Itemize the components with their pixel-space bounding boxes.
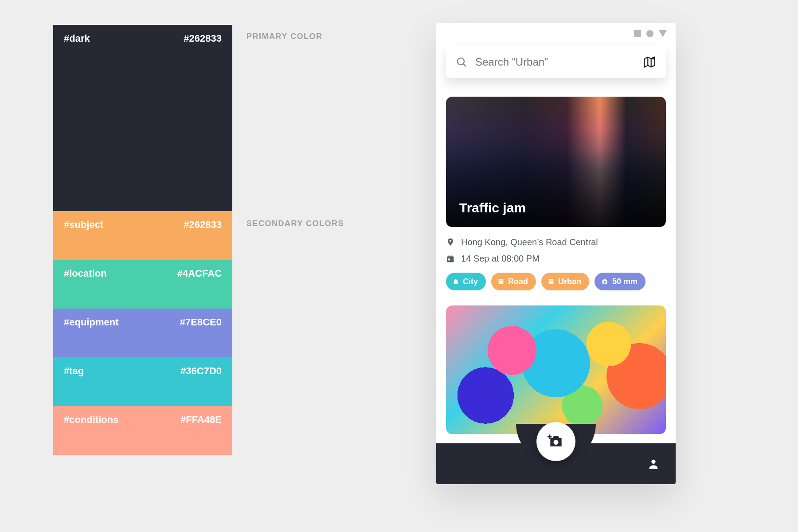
caption-secondary: SECONDARY COLORS xyxy=(246,219,344,228)
swatch-equipment: #equipment #7E8CE0 xyxy=(53,309,232,357)
svg-rect-14 xyxy=(501,282,502,282)
camera-fab[interactable] xyxy=(536,422,575,461)
building-icon xyxy=(548,278,555,285)
map-icon[interactable] xyxy=(643,55,656,69)
swatch-hex: #7E8CE0 xyxy=(180,317,222,357)
svg-point-4 xyxy=(652,57,655,59)
svg-rect-23 xyxy=(548,436,552,437)
pin-icon xyxy=(446,237,455,247)
svg-rect-9 xyxy=(448,258,450,260)
bag-icon xyxy=(452,278,459,285)
svg-point-21 xyxy=(553,440,558,445)
svg-point-20 xyxy=(604,281,606,283)
swatch-name: #conditions xyxy=(64,414,118,455)
swatch-hex: #36C7D0 xyxy=(180,365,222,406)
tag-chips: City Road Urban 50 mm xyxy=(446,273,666,290)
svg-rect-13 xyxy=(500,282,501,282)
card-traffic-jam[interactable]: Traffic jam xyxy=(446,97,666,227)
chip-label: City xyxy=(463,277,478,286)
status-triangle-icon xyxy=(659,30,667,37)
swatch-name: #tag xyxy=(64,365,84,406)
swatch-hex: #262833 xyxy=(184,33,222,211)
search-icon xyxy=(456,56,467,68)
bottom-nav xyxy=(436,443,676,484)
search-bar[interactable] xyxy=(446,46,666,78)
building-icon xyxy=(497,278,505,285)
swatch-name: #dark xyxy=(64,33,90,211)
camera-icon xyxy=(601,278,609,285)
svg-rect-10 xyxy=(499,279,504,284)
meta-location: Hong Kong, Queen’s Road Central xyxy=(446,237,666,247)
color-palette: #dark #262833 #subject #262833 #location… xyxy=(53,25,232,455)
card-art[interactable] xyxy=(446,305,666,434)
calendar-icon xyxy=(446,254,455,264)
svg-rect-7 xyxy=(449,255,450,257)
card-title: Traffic jam xyxy=(459,200,526,215)
svg-rect-17 xyxy=(552,280,552,281)
chip-urban[interactable]: Urban xyxy=(541,273,589,290)
status-circle-icon xyxy=(646,30,653,37)
svg-line-1 xyxy=(463,64,466,66)
svg-rect-11 xyxy=(500,280,501,281)
datetime-text: 14 Sep at 08:00 PM xyxy=(461,254,540,264)
card-meta: Hong Kong, Queen’s Road Central 14 Sep a… xyxy=(446,237,666,264)
chip-label: 50 mm xyxy=(612,277,638,286)
swatch-conditions: #conditions #FFA48E xyxy=(53,406,232,455)
swatch-dark: #dark #262833 xyxy=(53,25,232,211)
swatch-hex: #262833 xyxy=(184,219,222,260)
svg-rect-18 xyxy=(550,282,551,282)
phone-frame: Traffic jam Hong Kong, Queen’s Road Cent… xyxy=(436,23,676,484)
meta-datetime: 14 Sep at 08:00 PM xyxy=(446,254,666,264)
chip-city[interactable]: City xyxy=(446,273,486,290)
svg-rect-19 xyxy=(552,282,552,282)
chip-label: Urban xyxy=(558,277,581,286)
svg-rect-8 xyxy=(452,255,453,257)
svg-rect-15 xyxy=(549,279,554,284)
swatch-tag: #tag #36C7D0 xyxy=(53,357,232,406)
status-indicators xyxy=(634,30,667,37)
status-square-icon xyxy=(634,30,641,37)
add-photo-icon xyxy=(547,433,565,450)
location-text: Hong Kong, Queen’s Road Central xyxy=(461,237,598,247)
swatch-name: #location xyxy=(64,268,107,309)
svg-rect-12 xyxy=(501,280,502,281)
swatch-hex: #4ACFAC xyxy=(177,268,222,309)
swatch-subject: #subject #262833 xyxy=(53,211,232,260)
swatch-hex: #FFA48E xyxy=(180,414,222,455)
swatch-name: #subject xyxy=(64,219,103,260)
profile-icon[interactable] xyxy=(647,458,660,470)
swatch-name: #equipment xyxy=(64,317,118,357)
chip-label: Road xyxy=(508,277,528,286)
caption-primary: PRIMARY COLOR xyxy=(246,32,323,41)
chip-lens[interactable]: 50 mm xyxy=(595,273,645,290)
svg-rect-16 xyxy=(550,280,551,281)
swatch-location: #location #4ACFAC xyxy=(53,260,232,309)
svg-point-24 xyxy=(651,460,655,464)
chip-road[interactable]: Road xyxy=(491,273,536,290)
svg-point-0 xyxy=(458,58,464,65)
search-input[interactable] xyxy=(475,56,635,68)
